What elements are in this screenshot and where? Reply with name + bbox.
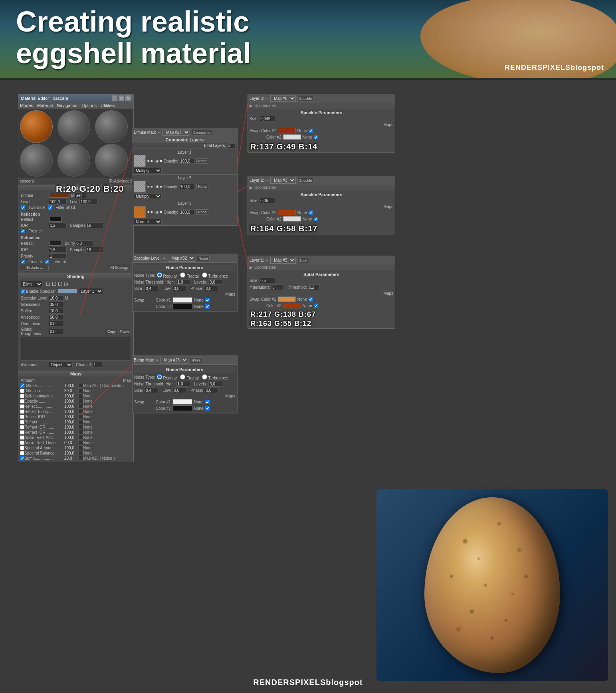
menu-material[interactable]: Material bbox=[37, 103, 53, 108]
phase-field-spec[interactable] bbox=[205, 286, 219, 291]
filter-shad-check[interactable] bbox=[48, 205, 52, 210]
layer3-map-select[interactable]: Map #6 bbox=[270, 95, 296, 102]
soften-field[interactable] bbox=[49, 308, 64, 314]
size-field-bump[interactable] bbox=[145, 387, 158, 393]
samples-field[interactable] bbox=[85, 222, 103, 228]
spec-level-field[interactable] bbox=[49, 295, 64, 301]
low-field-bump[interactable] bbox=[172, 387, 186, 393]
layer2-map-select[interactable]: Map #3 bbox=[270, 177, 296, 184]
menu-options[interactable]: Options bbox=[81, 103, 97, 108]
bump-map-select[interactable]: Map #28 bbox=[160, 357, 188, 363]
bump-color2-swatch[interactable] bbox=[172, 405, 192, 411]
refract-ior-check[interactable] bbox=[20, 425, 24, 429]
phase-field-bump[interactable] bbox=[205, 387, 219, 393]
threshold-high-field-spec[interactable] bbox=[176, 279, 190, 285]
refract-check[interactable] bbox=[20, 420, 24, 424]
layer3-color1-swatch[interactable] bbox=[278, 128, 296, 133]
preview-sphere-1[interactable] bbox=[20, 110, 53, 143]
reflect-amount-field[interactable] bbox=[78, 404, 83, 409]
reflect-swatch[interactable] bbox=[50, 217, 61, 222]
layer1-opacity-field[interactable] bbox=[180, 209, 195, 215]
preview-sphere-4[interactable] bbox=[20, 144, 53, 177]
ansio-refl-orient-check[interactable] bbox=[20, 441, 24, 445]
samples-refract-field[interactable] bbox=[85, 247, 103, 252]
priority-field[interactable] bbox=[49, 253, 67, 259]
reflect-blurry-amount-field[interactable] bbox=[78, 409, 83, 414]
aniso-field[interactable] bbox=[49, 314, 64, 320]
diffusion-map-amount-field[interactable] bbox=[78, 388, 83, 393]
ansio-refl-amt-field[interactable] bbox=[78, 435, 83, 440]
total-layers-field[interactable] bbox=[228, 143, 236, 148]
layer2-color2-swatch[interactable] bbox=[283, 216, 301, 222]
layer3-size-field[interactable] bbox=[260, 116, 276, 121]
menu-navigation[interactable]: Navigation bbox=[57, 103, 77, 108]
exclude-btn[interactable]: Exclude ... bbox=[21, 265, 49, 270]
opacity-check[interactable] bbox=[20, 399, 24, 403]
spec-color2-swatch[interactable] bbox=[172, 304, 192, 309]
ior-refract-field[interactable] bbox=[49, 247, 67, 252]
minimize-btn[interactable]: _ bbox=[112, 95, 117, 101]
bump-color1-check[interactable] bbox=[205, 400, 210, 404]
layer2-color1-swatch[interactable] bbox=[278, 210, 296, 215]
low-field-spec[interactable] bbox=[172, 286, 186, 291]
level-value-field[interactable] bbox=[79, 199, 97, 205]
orient-field[interactable] bbox=[49, 321, 64, 326]
alignment-select[interactable]: Object bbox=[49, 361, 73, 368]
spectral-amount-check[interactable] bbox=[20, 446, 24, 450]
reflect-blurry-check[interactable] bbox=[20, 409, 24, 414]
bump-color2-check[interactable] bbox=[205, 406, 210, 411]
copy-btn[interactable]: Copy bbox=[106, 329, 117, 334]
two-side-check[interactable] bbox=[21, 205, 25, 210]
layer2-none-btn[interactable]: None bbox=[196, 184, 208, 189]
refract-amount-field[interactable] bbox=[78, 419, 83, 424]
refract-ior2-check[interactable] bbox=[20, 430, 24, 435]
ansio-refl-amt-check[interactable] bbox=[20, 435, 24, 440]
composite-type-btn[interactable]: Composite bbox=[192, 130, 212, 135]
channel-field[interactable] bbox=[92, 362, 102, 367]
fresnel-check[interactable] bbox=[21, 229, 25, 233]
internal-check[interactable] bbox=[45, 260, 49, 264]
layer2-opacity-field[interactable] bbox=[180, 184, 195, 189]
refract-swatch[interactable] bbox=[50, 241, 61, 246]
shading-type-select[interactable]: Blinn bbox=[21, 281, 43, 287]
diffuse-map-amount-field[interactable] bbox=[78, 383, 83, 388]
blurry-field[interactable] bbox=[75, 240, 93, 246]
preview-sphere-3[interactable] bbox=[95, 110, 128, 143]
layer3-opacity-field[interactable] bbox=[180, 158, 195, 164]
spec-color1-swatch[interactable] bbox=[172, 297, 192, 303]
layer-select[interactable]: Layer 1 bbox=[79, 288, 103, 294]
ior-field[interactable] bbox=[49, 222, 67, 228]
regular-radio-bump[interactable] bbox=[157, 374, 162, 379]
spectral-amount-field[interactable] bbox=[78, 445, 83, 450]
diffuse-map-select[interactable]: Map #27 bbox=[162, 129, 190, 136]
regular-radio-spec[interactable] bbox=[157, 272, 162, 278]
material-name-field[interactable]: cascara bbox=[20, 179, 34, 183]
layer1-color1-check[interactable] bbox=[309, 297, 313, 302]
bump-color1-swatch[interactable] bbox=[172, 399, 192, 405]
turbulence-radio-bump[interactable] bbox=[202, 374, 207, 379]
layer3-type-btn[interactable]: Speckle bbox=[297, 96, 313, 101]
layer3-color1-check[interactable] bbox=[309, 129, 313, 133]
diffuse-map-check[interactable] bbox=[20, 383, 24, 388]
spec-color2-check[interactable] bbox=[205, 304, 210, 309]
layer2-mode-select[interactable]: Multiply bbox=[134, 193, 162, 199]
self-illum-check[interactable] bbox=[20, 394, 24, 398]
layer3-color2-swatch[interactable] bbox=[283, 134, 301, 140]
layer1-none-btn[interactable]: None bbox=[196, 209, 208, 215]
layer2-color1-check[interactable] bbox=[309, 210, 313, 215]
layer3-color2-check[interactable] bbox=[314, 135, 318, 139]
layer1-iter-field[interactable] bbox=[272, 284, 283, 290]
all-settings-btn[interactable]: All Settings bbox=[107, 265, 131, 270]
size-field-spec[interactable] bbox=[145, 286, 158, 291]
bump-type-btn[interactable]: Noise bbox=[190, 357, 202, 363]
reflect-ior-check[interactable] bbox=[20, 415, 24, 419]
paste-btn[interactable]: Paste bbox=[119, 329, 131, 334]
self-illum-amount-field[interactable] bbox=[78, 393, 83, 398]
bump-check[interactable] bbox=[20, 456, 24, 461]
levels-field-bump[interactable] bbox=[208, 381, 222, 387]
specular-type-btn[interactable]: Noise bbox=[197, 256, 209, 261]
turbulence-radio-spec[interactable] bbox=[202, 272, 207, 278]
enable-specular-check[interactable] bbox=[21, 289, 25, 294]
layer1-map-select[interactable]: Map #5 bbox=[270, 257, 296, 264]
layer3-none-btn[interactable]: None bbox=[196, 158, 208, 164]
